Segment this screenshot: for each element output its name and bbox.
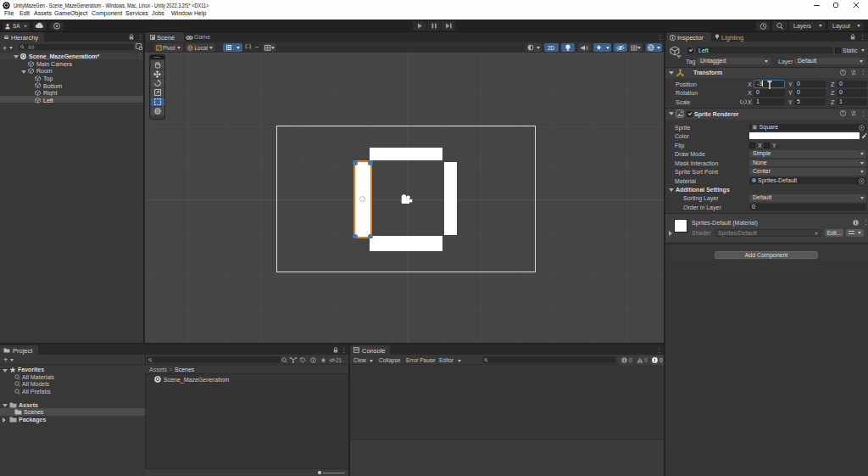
svg-text:?: ? xyxy=(842,110,844,115)
svg-text:SA: SA xyxy=(13,23,20,29)
svg-text:?: ? xyxy=(842,70,844,75)
